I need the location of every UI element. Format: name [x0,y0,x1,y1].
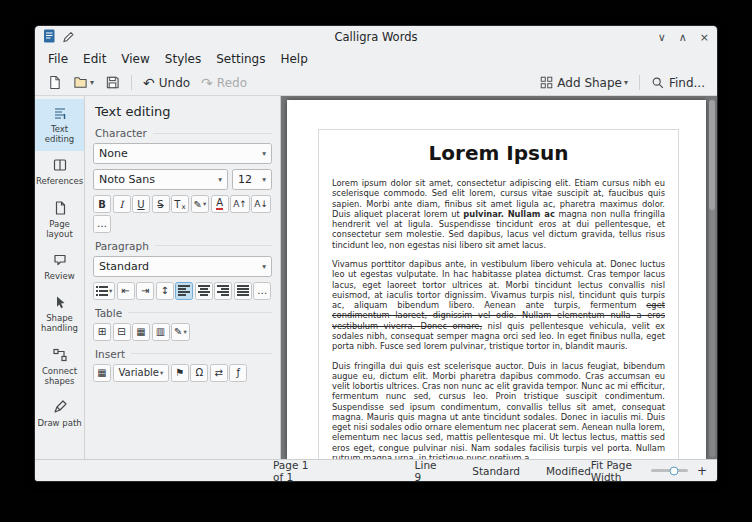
menu-styles[interactable]: Styles [158,50,208,68]
paragraph-section-label: Paragraph [95,240,272,252]
grow-font-button[interactable]: A↑ [230,195,250,213]
add-shape-grid-icon [540,76,553,89]
formula-icon: ƒ [237,367,241,378]
bold-button[interactable]: B [93,195,111,213]
undo-icon: ↶ [143,76,155,90]
redo-button[interactable]: ↷ Redo [197,72,251,93]
sidebar-item-draw-path[interactable]: Draw path [35,393,84,435]
zoom-slider-handle[interactable] [669,466,678,475]
indent-more-button[interactable]: ⇥ [136,282,154,300]
more-paragraph-options-button[interactable]: … [253,282,271,300]
indent-less-button[interactable]: ⇤ [117,282,135,300]
add-shape-caret: ▾ [624,78,628,87]
sidebar-item-review[interactable]: Review [35,246,84,288]
new-document-button[interactable] [43,72,66,93]
insert-row-button[interactable]: ⊟ [113,323,131,341]
bookmark-icon: ⚑ [175,367,184,378]
line-spacing-button[interactable]: ↕ [156,282,174,300]
find-label: Find... [669,76,705,90]
align-justify-button[interactable] [234,282,252,300]
grow-font-icon: A↑ [233,199,247,209]
font-family-combobox[interactable]: Noto Sans ▾ [93,169,228,190]
zoom-slider[interactable] [651,469,688,472]
table-border-pen-button[interactable]: ✎▾ [171,323,190,341]
cross-reference-icon: ⇄ [215,367,223,378]
variable-dropdown[interactable]: Variable ▾ [113,364,170,382]
maximize-button[interactable]: ∧ [679,32,687,43]
underline-icon: U [137,199,144,210]
list-style-button[interactable]: ▾ [93,282,115,300]
more-icon: … [97,218,107,229]
character-style-value: None [99,147,128,160]
menu-settings[interactable]: Settings [209,50,272,68]
page-indicator[interactable]: Page 1 of 1 [273,459,317,482]
paragraph-style-combobox[interactable]: Standard ▾ [93,256,272,277]
highlighter-icon: ✎ [194,199,202,210]
insert-frame-button[interactable]: ▦ [93,364,111,382]
add-shape-button[interactable]: Add Shape ▾ [536,72,632,93]
sidebar-item-references[interactable]: References [35,151,84,193]
font-size-combobox[interactable]: 12 ▾ [232,169,272,190]
chevron-down-icon: ▾ [203,200,206,208]
style-indicator[interactable]: Standard [472,465,520,477]
undo-button[interactable]: ↶ Undo [139,72,194,93]
insert-column-icon: ▦ [136,326,145,337]
insert-table-button[interactable]: ⊞ [93,323,111,341]
insert-cross-reference-button[interactable]: ⇄ [210,364,228,382]
sidebar-label: Draw path [37,418,81,428]
table-section-label: Table [95,307,272,319]
find-button[interactable]: Find... [647,72,709,93]
open-document-button[interactable]: ▾ [69,72,98,93]
underline-button[interactable]: U [132,195,150,213]
sidebar-item-text-editing[interactable]: Text editing [35,99,84,151]
menu-edit[interactable]: Edit [76,50,113,68]
subscript-button[interactable]: Tx [171,195,189,213]
close-button[interactable]: × [700,32,709,43]
bold-icon: B [98,199,106,210]
menu-file[interactable]: File [41,50,75,68]
minimize-button[interactable]: ∨ [658,32,666,43]
character-style-combobox[interactable]: None ▾ [93,143,272,164]
variable-label: Variable [119,367,160,378]
insert-formula-button[interactable]: ƒ [229,364,247,382]
insert-column-button[interactable]: ▦ [132,323,150,341]
merge-cells-button[interactable]: ▥ [152,323,170,341]
insert-bookmark-button[interactable]: ⚑ [171,364,189,382]
document-page[interactable]: Lorem Ipsun Lorem ipsum dolor sit amet, … [287,100,706,459]
paragraph-run: Vivamus porttitor dapibus ante, in vesti… [332,259,665,310]
align-left-button[interactable] [175,282,193,300]
border-pen-icon: ✎ [174,326,182,337]
vertical-scrollbar[interactable] [709,100,715,457]
open-dropdown-caret[interactable]: ▾ [90,78,94,87]
document-heading: Lorem Ipsun [332,141,665,165]
paragraph-1: Lorem ipsum dolor sit amet, consectetur … [332,178,665,250]
font-color-button[interactable]: A [211,195,229,213]
save-document-button[interactable] [101,72,124,93]
menu-help[interactable]: Help [273,50,314,68]
italic-button[interactable]: I [113,195,131,213]
highlight-button[interactable]: ✎▾ [191,195,210,213]
more-character-options-button[interactable]: … [93,215,111,233]
strikethrough-button[interactable]: S [152,195,170,213]
document-canvas[interactable]: Lorem Ipsun Lorem ipsum dolor sit amet, … [281,96,717,459]
add-shape-label: Add Shape [557,76,622,90]
page-layout-icon [52,200,68,216]
sidebar-item-page-layout[interactable]: Page layout [35,194,84,246]
shrink-font-button[interactable]: A↓ [251,195,271,213]
sidebar-item-connect-shapes[interactable]: Connect shapes [35,341,84,393]
zoom-in-button[interactable]: + [697,464,707,478]
text-frame[interactable]: Lorem Ipsun Lorem ipsum dolor sit amet, … [318,129,679,459]
chevron-down-icon: ▾ [262,149,266,158]
sidebar-item-shape-handling[interactable]: Shape handling [35,288,84,340]
chevron-down-icon: ▾ [109,287,112,295]
insert-special-char-button[interactable]: Ω [190,364,208,382]
align-right-button[interactable] [214,282,232,300]
menu-view[interactable]: View [114,50,156,68]
toolbar-separator [131,75,132,90]
shrink-font-icon: A↓ [254,199,268,209]
zoom-mode-button[interactable]: Fit Page Width [591,459,642,482]
pen-path-icon [52,399,68,415]
align-center-button[interactable] [195,282,213,300]
chevron-down-icon: ▾ [160,369,163,377]
scrollbar-thumb[interactable] [709,100,715,210]
